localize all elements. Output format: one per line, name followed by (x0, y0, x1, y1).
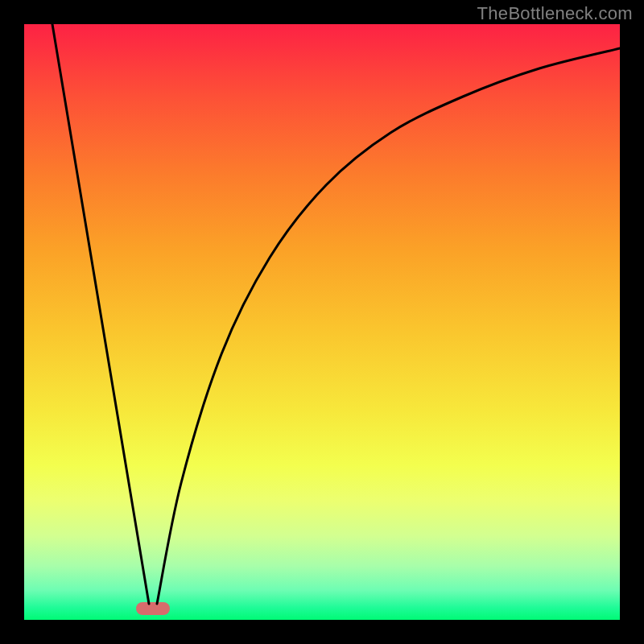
curve-left-segment (52, 24, 149, 604)
bottleneck-curve (24, 24, 620, 620)
curve-right-segment (157, 48, 620, 604)
chart-outer: TheBottleneck.com (0, 0, 644, 644)
plot-area (24, 24, 620, 620)
watermark-text: TheBottleneck.com (477, 3, 633, 24)
